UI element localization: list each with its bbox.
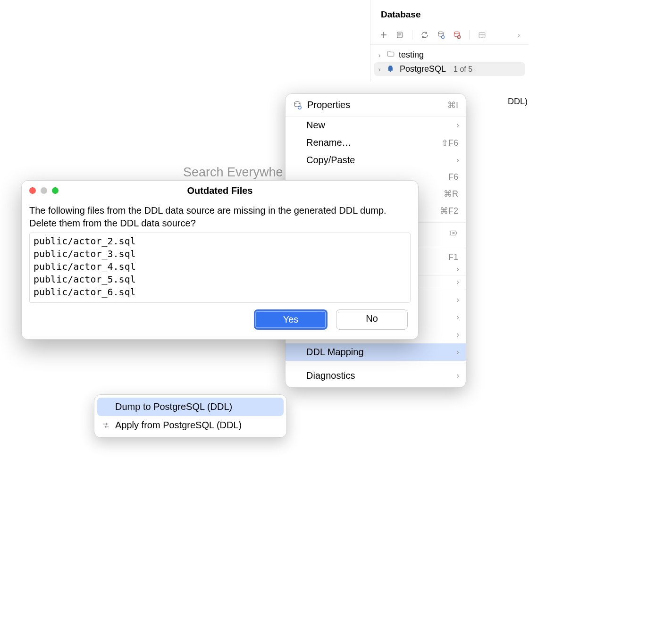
database-panel-title: Database: [370, 0, 529, 26]
svg-point-3: [454, 32, 460, 34]
no-button[interactable]: No: [336, 309, 408, 330]
apply-arrow-icon: [101, 420, 111, 431]
ctx-item-label: DDL Mapping: [306, 347, 364, 358]
tree-item-label: PostgreSQL: [400, 64, 446, 74]
file-entry: public/actor_4.sql: [34, 260, 406, 273]
file-entry: public/actor_6.sql: [34, 286, 406, 299]
ctx-item-label: Diagnostics: [306, 370, 355, 381]
file-entry: public/actor_2.sql: [34, 235, 406, 248]
chevron-right-icon: ›: [376, 51, 383, 59]
refresh-icon[interactable]: [420, 30, 429, 40]
ctx-new[interactable]: New: [286, 117, 466, 134]
tree-item-label: testing: [399, 50, 424, 60]
tree-item-testing[interactable]: › testing: [374, 48, 525, 62]
file-entry: public/actor_3.sql: [34, 248, 406, 260]
stop-query-icon[interactable]: [452, 30, 462, 40]
menu-separator: [286, 364, 466, 364]
ctx-item-label: Rename…: [306, 137, 352, 148]
truncated-label: DDL): [508, 97, 528, 107]
ctx-shortcut: F6: [448, 172, 458, 182]
tree-item-badge: 1 of 5: [450, 65, 476, 74]
toolbar-separator: [412, 30, 412, 40]
search-everywhere-hint: Search Everywhe: [183, 165, 283, 180]
sub-apply-from-postgres[interactable]: Apply from PostgreSQL (DDL): [97, 416, 284, 434]
outdated-files-dialog: Outdated Files The following files from …: [21, 180, 419, 340]
dialog-title: Outdated Files: [22, 181, 418, 196]
dialog-titlebar: Outdated Files: [22, 181, 418, 200]
svg-rect-5: [458, 36, 459, 37]
window-close-icon[interactable]: [29, 187, 36, 194]
chevron-right-icon: ›: [376, 66, 383, 73]
database-panel: Database ›: [370, 0, 529, 82]
ctx-shortcut: ⇧F6: [441, 138, 458, 148]
ctx-ddl-mapping[interactable]: DDL Mapping: [286, 343, 466, 361]
dialog-message: The following files from the DDL data so…: [29, 204, 411, 230]
tree-item-postgresql[interactable]: › PostgreSQL 1 of 5: [374, 62, 525, 76]
table-icon[interactable]: [477, 30, 487, 40]
toolbar-separator: [469, 30, 470, 40]
window-zoom-icon[interactable]: [52, 187, 59, 194]
window-minimize-icon[interactable]: [41, 187, 47, 194]
panel-options-icon[interactable]: ›: [518, 31, 520, 39]
svg-point-7: [294, 101, 300, 104]
ctx-item-label: New: [306, 120, 325, 131]
sub-dump-to-postgres[interactable]: · Dump to PostgreSQL (DDL): [97, 398, 284, 416]
file-entry: public/actor_5.sql: [34, 273, 406, 286]
add-icon[interactable]: [379, 30, 388, 40]
sub-item-label: Dump to PostgreSQL (DDL): [115, 401, 232, 412]
sub-item-label: Apply from PostgreSQL (DDL): [115, 420, 242, 431]
ctx-rename[interactable]: Rename…⇧F6: [286, 134, 466, 151]
ctx-properties[interactable]: Properties ⌘I: [286, 94, 466, 117]
folder-icon: [386, 50, 395, 60]
ctx-shortcut: F1: [448, 252, 458, 262]
ctx-shortcut: ⌘R: [444, 189, 458, 199]
ctx-copy-paste[interactable]: Copy/Paste: [286, 151, 466, 169]
postgres-icon: [386, 65, 396, 74]
svg-point-1: [438, 32, 444, 34]
database-tree: › testing › PostgreSQL 1 of 5: [370, 45, 529, 82]
ctx-shortcut: ⌘F2: [440, 206, 458, 216]
script-icon[interactable]: [395, 30, 404, 40]
database-toolbar: ›: [370, 26, 529, 45]
ddl-mapping-submenu: · Dump to PostgreSQL (DDL) Apply from Po…: [94, 394, 287, 438]
ctx-diagnostics[interactable]: Diagnostics: [286, 367, 466, 384]
yes-button[interactable]: Yes: [254, 309, 328, 330]
db-settings-icon[interactable]: [436, 30, 445, 40]
dialog-file-list: public/actor_2.sql public/actor_3.sql pu…: [29, 233, 411, 303]
ctx-shortcut: ⌘I: [447, 100, 458, 110]
db-settings-icon: [292, 100, 302, 110]
close-tag-icon: [449, 229, 458, 240]
ctx-item-label: Copy/Paste: [306, 155, 355, 166]
ctx-item-label: Properties: [307, 100, 443, 110]
